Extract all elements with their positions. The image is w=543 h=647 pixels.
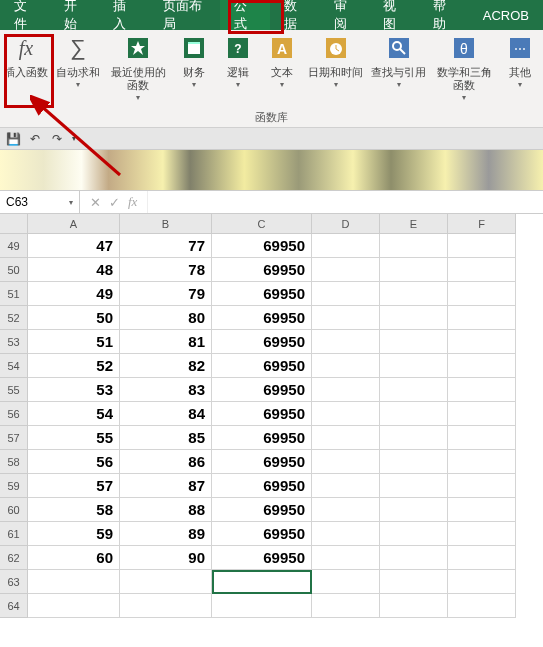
cell[interactable]	[312, 498, 380, 522]
undo-icon[interactable]: ↶	[28, 132, 42, 146]
cell[interactable]: 69950	[212, 546, 312, 570]
cell[interactable]	[312, 570, 380, 594]
cell[interactable]	[312, 522, 380, 546]
cell[interactable]	[120, 594, 212, 618]
cell[interactable]	[380, 306, 448, 330]
row-header[interactable]: 57	[0, 426, 28, 450]
cell[interactable]	[448, 474, 516, 498]
cell[interactable]	[312, 306, 380, 330]
tab-help[interactable]: 帮助	[419, 0, 469, 30]
cell[interactable]: 58	[28, 498, 120, 522]
cell[interactable]: 80	[120, 306, 212, 330]
cell[interactable]	[380, 282, 448, 306]
cell[interactable]	[380, 570, 448, 594]
cell[interactable]	[312, 330, 380, 354]
cell[interactable]	[380, 546, 448, 570]
cell[interactable]	[312, 258, 380, 282]
name-box[interactable]: C63 ▾	[0, 191, 80, 213]
cell[interactable]	[212, 594, 312, 618]
cell[interactable]: 52	[28, 354, 120, 378]
cell[interactable]: 56	[28, 450, 120, 474]
tab-acrobat[interactable]: ACROB	[469, 0, 543, 30]
cell[interactable]	[28, 570, 120, 594]
cell[interactable]: 77	[120, 234, 212, 258]
cell[interactable]: 69950	[212, 306, 312, 330]
cell[interactable]: 60	[28, 546, 120, 570]
row-header[interactable]: 63	[0, 570, 28, 594]
cell[interactable]	[380, 450, 448, 474]
cell[interactable]	[448, 498, 516, 522]
cell[interactable]	[448, 450, 516, 474]
row-header[interactable]: 61	[0, 522, 28, 546]
cell[interactable]	[380, 330, 448, 354]
tab-review[interactable]: 审阅	[320, 0, 370, 30]
cell[interactable]	[448, 330, 516, 354]
row-header[interactable]: 54	[0, 354, 28, 378]
cell[interactable]	[312, 234, 380, 258]
cell[interactable]: 50	[28, 306, 120, 330]
cell[interactable]	[312, 354, 380, 378]
tab-home[interactable]: 开始	[50, 0, 100, 30]
fx-icon[interactable]: fx	[128, 194, 137, 210]
column-header[interactable]: B	[120, 214, 212, 234]
row-header[interactable]: 51	[0, 282, 28, 306]
cell[interactable]	[212, 570, 312, 594]
cell[interactable]	[380, 522, 448, 546]
cell[interactable]	[448, 570, 516, 594]
cell[interactable]	[312, 450, 380, 474]
cell[interactable]: 55	[28, 426, 120, 450]
row-header[interactable]: 52	[0, 306, 28, 330]
cell[interactable]	[312, 378, 380, 402]
cell[interactable]	[448, 282, 516, 306]
cell[interactable]	[448, 306, 516, 330]
cell[interactable]	[448, 426, 516, 450]
cell[interactable]: 69950	[212, 498, 312, 522]
cell[interactable]	[312, 546, 380, 570]
cell[interactable]: 57	[28, 474, 120, 498]
cell[interactable]	[28, 594, 120, 618]
cell[interactable]: 69950	[212, 522, 312, 546]
cell[interactable]	[448, 378, 516, 402]
cell[interactable]	[312, 594, 380, 618]
cell[interactable]: 48	[28, 258, 120, 282]
cell[interactable]: 78	[120, 258, 212, 282]
cell[interactable]	[448, 234, 516, 258]
column-header[interactable]: F	[448, 214, 516, 234]
cell[interactable]	[448, 402, 516, 426]
confirm-icon[interactable]: ✓	[109, 195, 120, 210]
cell[interactable]	[312, 426, 380, 450]
cell[interactable]	[312, 402, 380, 426]
column-header[interactable]: A	[28, 214, 120, 234]
cell[interactable]: 87	[120, 474, 212, 498]
cell[interactable]	[448, 594, 516, 618]
cell[interactable]: 69950	[212, 402, 312, 426]
cell[interactable]: 69950	[212, 282, 312, 306]
tab-page-layout[interactable]: 页面布局	[149, 0, 220, 30]
cell[interactable]: 84	[120, 402, 212, 426]
cell[interactable]: 69950	[212, 426, 312, 450]
row-header[interactable]: 60	[0, 498, 28, 522]
chevron-down-icon[interactable]: ▾	[72, 134, 76, 143]
cell[interactable]	[312, 282, 380, 306]
cell[interactable]: 86	[120, 450, 212, 474]
row-header[interactable]: 64	[0, 594, 28, 618]
row-header[interactable]: 50	[0, 258, 28, 282]
cell[interactable]: 69950	[212, 258, 312, 282]
select-all-corner[interactable]	[0, 214, 28, 234]
cell[interactable]	[380, 258, 448, 282]
cell[interactable]	[448, 258, 516, 282]
cell[interactable]	[448, 354, 516, 378]
tab-insert[interactable]: 插入	[99, 0, 149, 30]
row-header[interactable]: 58	[0, 450, 28, 474]
cell[interactable]: 54	[28, 402, 120, 426]
cell[interactable]: 81	[120, 330, 212, 354]
cell[interactable]	[380, 402, 448, 426]
cell[interactable]	[380, 426, 448, 450]
cell[interactable]	[120, 570, 212, 594]
row-header[interactable]: 53	[0, 330, 28, 354]
cell[interactable]: 82	[120, 354, 212, 378]
cell[interactable]: 88	[120, 498, 212, 522]
tab-data[interactable]: 数据	[270, 0, 320, 30]
row-header[interactable]: 56	[0, 402, 28, 426]
cell[interactable]: 69950	[212, 234, 312, 258]
